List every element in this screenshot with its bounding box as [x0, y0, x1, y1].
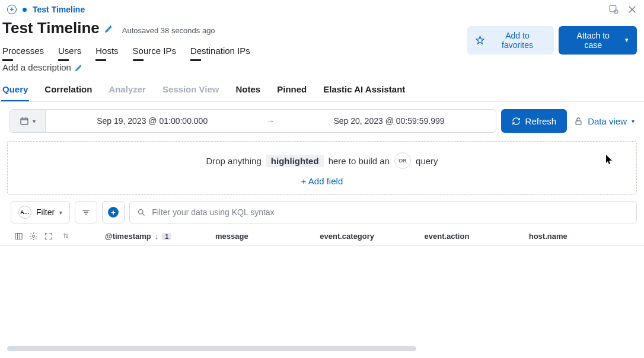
settings-gear-icon[interactable] [29, 232, 38, 241]
sort-icon[interactable] [62, 232, 69, 241]
column-event-action[interactable]: event.action [425, 232, 529, 241]
column-event-category[interactable]: event.category [320, 232, 424, 241]
stat-chip-label: Destination IPs [190, 46, 250, 56]
stat-chip: Destination IPs [190, 46, 250, 61]
column-timestamp[interactable]: @timestamp ↓ 1 [105, 232, 215, 241]
svg-rect-5 [15, 234, 22, 239]
svg-point-6 [33, 235, 35, 238]
refresh-button[interactable]: Refresh [501, 109, 568, 133]
stat-chip: Processes [2, 46, 44, 61]
data-view-button[interactable]: Data view ▾ [572, 116, 637, 126]
date-from[interactable]: Sep 19, 2023 @ 01:00:00.000 [46, 116, 259, 126]
add-filter-button[interactable]: + [102, 201, 125, 223]
column-host-name[interactable]: host.name [529, 232, 633, 241]
new-timeline-button[interactable]: + [7, 5, 17, 14]
close-icon[interactable] [627, 5, 637, 14]
attach-label: Attach to case [567, 31, 619, 50]
stat-chip-bar [58, 59, 69, 61]
drop-text-pre: Drop anything [206, 156, 261, 166]
stat-chip-bar [95, 59, 106, 61]
stat-chip-bar [190, 59, 201, 61]
svg-rect-2 [21, 118, 28, 124]
chevron-down-icon: ▾ [632, 118, 635, 124]
date-quick-select[interactable]: ▾ [10, 110, 46, 132]
sort-desc-icon: ↓ [155, 232, 159, 241]
timeline-breadcrumb[interactable]: Test Timeline [33, 5, 85, 14]
kql-search[interactable] [129, 201, 637, 223]
search-icon [137, 208, 146, 217]
unsaved-dot-icon [23, 8, 27, 12]
drop-highlight: highlighted [266, 155, 324, 167]
calendar-icon [20, 116, 29, 126]
sort-priority-badge: 1 [162, 233, 171, 240]
stat-chip-label: Processes [2, 46, 44, 56]
date-range-picker[interactable]: ▾ Sep 19, 2023 @ 01:00:00.000 → Sep 20, … [9, 109, 496, 133]
stat-chip-bar [133, 59, 144, 61]
page-title: Test Timeline [2, 19, 100, 37]
columns-icon[interactable] [14, 232, 23, 241]
chevron-down-icon: ▾ [59, 209, 62, 216]
stat-chip: Hosts [95, 46, 118, 61]
drop-text-mid: here to build an [329, 156, 390, 166]
tab-query[interactable]: Query [1, 81, 29, 101]
attach-to-case-button[interactable]: Attach to case ▾ [559, 26, 637, 55]
horizontal-scrollbar[interactable] [7, 346, 416, 351]
stat-chip: Users [58, 46, 81, 61]
column-message[interactable]: message [215, 232, 320, 241]
svg-rect-3 [576, 120, 581, 124]
kql-input[interactable] [152, 207, 629, 217]
star-icon [476, 36, 484, 44]
stat-chip-label: Hosts [95, 46, 118, 56]
data-view-label: Data view [588, 116, 627, 126]
favorite-label: Add to favorites [489, 31, 546, 50]
column-timestamp-label: @timestamp [105, 232, 151, 241]
autosave-status: Autosaved 38 seconds ago [122, 26, 215, 35]
fullscreen-icon[interactable] [44, 232, 53, 241]
svg-rect-0 [610, 5, 616, 12]
refresh-icon [512, 117, 521, 126]
tab-notes[interactable]: Notes [235, 81, 262, 101]
tab-pinned[interactable]: Pinned [276, 81, 308, 101]
refresh-label: Refresh [525, 116, 557, 126]
date-to[interactable]: Sep 20, 2023 @ 00:59:59.999 [282, 116, 495, 126]
add-field-button[interactable]: + Add field [301, 176, 343, 186]
tab-elastic-ai-assistant[interactable]: Elastic AI Assistant [322, 81, 406, 101]
stat-chip-bar [2, 59, 13, 61]
chevron-down-icon: ▾ [33, 118, 36, 124]
chevron-down-icon: ▾ [625, 36, 629, 44]
tab-session-view: Session View [161, 81, 221, 101]
tab-analyzer: Analyzer [107, 81, 147, 101]
stat-chip-label: Users [58, 46, 81, 56]
tab-correlation[interactable]: Correlation [43, 81, 93, 101]
svg-point-4 [139, 209, 144, 214]
field-type-icon: A… [18, 206, 31, 219]
arrow-right-icon: → [259, 116, 282, 126]
or-pill: OR [394, 152, 411, 169]
plus-icon: + [108, 207, 119, 218]
add-to-favorites-button[interactable]: Add to favorites [467, 26, 554, 55]
inspect-icon[interactable] [608, 4, 619, 15]
field-filter-button[interactable]: A… Filter ▾ [11, 201, 70, 223]
filter-label: Filter [36, 207, 55, 217]
query-drop-zone[interactable]: Drop anything highlighted here to build … [7, 141, 637, 195]
description-prompt[interactable]: Add a description [2, 62, 71, 72]
stat-chip: Source IPs [133, 46, 176, 61]
lock-open-icon [574, 117, 583, 126]
drop-text-post: query [416, 156, 438, 166]
edit-description-icon[interactable] [75, 63, 83, 72]
edit-title-icon[interactable] [104, 24, 114, 33]
filter-options-button[interactable] [75, 201, 97, 223]
stat-chip-label: Source IPs [133, 46, 176, 56]
